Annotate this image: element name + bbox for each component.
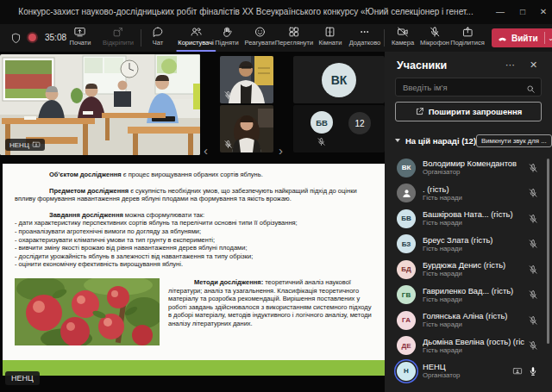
chat-button[interactable]: Чат — [152, 26, 164, 51]
unpin-label: Відкріпити — [103, 39, 134, 47]
participant-row[interactable]: БВ Башкірова Ната... (гість) Гість нарад… — [385, 206, 547, 232]
presenting-icon — [512, 366, 523, 376]
participant-row[interactable]: Н НЕНЦ Організатор — [385, 358, 547, 384]
slide-lead-text: Методи дослідження: — [194, 278, 263, 286]
participant-name: Володимир Комендантов — [423, 159, 524, 168]
mic-on-icon[interactable] — [528, 366, 538, 376]
slide-text: є процес вирощування обраних сортів яблу… — [122, 171, 263, 178]
participant-icons — [528, 264, 538, 275]
classroom-video-tile[interactable]: НЕНЦ — [0, 54, 200, 155]
panel-more-icon[interactable]: ⋯ — [505, 59, 515, 71]
participant-icons — [528, 239, 538, 249]
avatar — [397, 184, 416, 202]
apples-photo — [15, 278, 160, 345]
strip-next-button[interactable]: › — [279, 145, 283, 157]
participant-video-tile[interactable] — [220, 56, 273, 103]
mic-muted-icon[interactable] — [528, 163, 538, 173]
avatar: Н — [397, 362, 416, 381]
chevron-down-icon[interactable]: ⌄ — [548, 34, 552, 42]
avatar: БВ — [397, 209, 416, 228]
avatar: ГА — [397, 311, 416, 330]
panel-close-icon[interactable]: ✕ — [530, 59, 537, 71]
avatar: ВК — [397, 159, 416, 177]
minimize-button[interactable]: — — [490, 0, 511, 24]
section-collapse-icon[interactable] — [395, 139, 400, 142]
slide-task-item: - охарактеризувати кліматичні умови та т… — [15, 236, 373, 245]
maximize-button[interactable]: □ — [512, 0, 533, 24]
rooms-button[interactable]: Кімнати — [319, 26, 342, 51]
mic-muted-icon[interactable] — [528, 188, 538, 198]
grid-view-icon — [288, 26, 300, 38]
participant-icons — [528, 289, 538, 300]
panel-title: Учасники — [397, 59, 447, 72]
view-button[interactable]: Переглянути — [275, 26, 313, 51]
shield-icon — [10, 32, 22, 47]
close-button[interactable]: ✕ — [533, 0, 552, 24]
mic-off-icon — [429, 26, 441, 38]
participant-row[interactable]: . (гість) Гість наради — [385, 181, 547, 207]
participants-label: Користувачі — [178, 39, 213, 47]
search-input[interactable] — [395, 78, 542, 96]
participants-button[interactable]: Користувачі — [178, 26, 213, 51]
toolbar-divider — [141, 29, 141, 47]
participant-name: Башкірова Ната... (гість) — [423, 210, 524, 219]
share-invite-button[interactable]: Поширити запрошення — [395, 102, 542, 121]
participant-row[interactable]: ВК Володимир Комендантов Організатор — [385, 155, 547, 181]
participant-name: Дьоміна Евеліна (гость) (гість) — [423, 338, 524, 346]
chat-label: Чат — [153, 39, 163, 47]
participant-icons — [528, 315, 538, 326]
avatar-video-tile[interactable]: ВК — [293, 56, 385, 103]
mic-muted-icon[interactable] — [528, 264, 538, 275]
video-name-tag: НЕНЦ — [5, 139, 45, 151]
start-share-label: Почати — [70, 39, 91, 47]
mic-muted-icon[interactable] — [528, 289, 538, 300]
mic-muted-overlay-icon — [317, 137, 326, 146]
more-participants-count: 12 — [348, 112, 371, 134]
window-title: Конкурс-захист науково-дослідницьких роб… — [0, 0, 492, 24]
rooms-icon — [324, 26, 336, 38]
more-button[interactable]: Додатково — [349, 26, 381, 51]
mic-muted-icon[interactable] — [528, 239, 538, 249]
participant-row[interactable]: ГА Голянська Аліна (гість) Гість наради — [385, 308, 547, 333]
participant-row[interactable]: БЗ Бреус Злата (гість) Гість наради — [385, 232, 547, 258]
camera-button[interactable]: Камера — [392, 26, 414, 51]
strip-prev-button[interactable]: ‹ — [204, 145, 208, 157]
microphone-button[interactable]: Мікрофон — [420, 26, 449, 51]
start-share-button[interactable]: Почати — [70, 26, 91, 51]
unpin-button[interactable]: Відкріпити — [103, 26, 134, 51]
participant-row[interactable]: ДЕ Дьоміна Евеліна (гость) (гість) Гість… — [385, 333, 547, 359]
participant-video-tile[interactable] — [220, 105, 273, 152]
slide-lead-text: Об'єктом дослідження — [49, 171, 122, 178]
participant-name: Бурдюжа Денис (гість) — [423, 261, 524, 270]
mute-all-button[interactable]: Вимкнути звук для ... — [476, 134, 552, 147]
react-button[interactable]: Реагувати — [244, 26, 274, 51]
participant-row[interactable]: ГВ Гавриленко Вад... (гість) Гість нарад… — [385, 283, 547, 308]
people-icon — [190, 26, 202, 38]
mic-muted-icon[interactable] — [528, 214, 538, 224]
raise-hand-label: Підняти — [215, 39, 238, 47]
overflow-participants-tile[interactable]: БВ 12 — [293, 105, 385, 152]
chat-icon — [152, 26, 164, 38]
mic-muted-icon[interactable] — [528, 340, 538, 351]
leave-label: Вийти — [511, 34, 538, 43]
share-invite-label: Поширити запрошення — [429, 107, 523, 116]
panel-scrollbar[interactable] — [547, 159, 549, 344]
camera-label: Камера — [392, 39, 414, 47]
window-titlebar: Конкурс-захист науково-дослідницьких роб… — [0, 0, 552, 24]
toolbar-divider — [384, 29, 385, 47]
slide-methods-block: Методи дослідження: теоретичний аналіз н… — [168, 278, 373, 328]
avatar: БВ — [310, 111, 333, 134]
participant-row[interactable]: БД Бурдюжа Денис (гість) Гість наради — [385, 257, 547, 283]
slide-lead-text: Предметом дослідження — [49, 187, 129, 195]
leave-button[interactable]: Вийти ⌄ — [492, 28, 552, 47]
slide-paragraph: Методи дослідження: теоретичний аналіз н… — [168, 278, 373, 328]
slide-text: можна сформулювати так: — [123, 211, 204, 219]
view-label: Переглянути — [275, 39, 313, 47]
camera-off-icon — [397, 26, 409, 38]
share-content-button[interactable]: Поділитися — [450, 26, 484, 51]
mic-muted-icon[interactable] — [528, 315, 538, 326]
phone-hangup-icon — [497, 33, 508, 44]
shared-presentation-slide[interactable]: Об'єктом дослідження є процес вирощуванн… — [3, 164, 385, 360]
section-label: На цій нараді (12) — [405, 136, 476, 146]
raise-hand-button[interactable]: Підняти — [215, 26, 238, 51]
